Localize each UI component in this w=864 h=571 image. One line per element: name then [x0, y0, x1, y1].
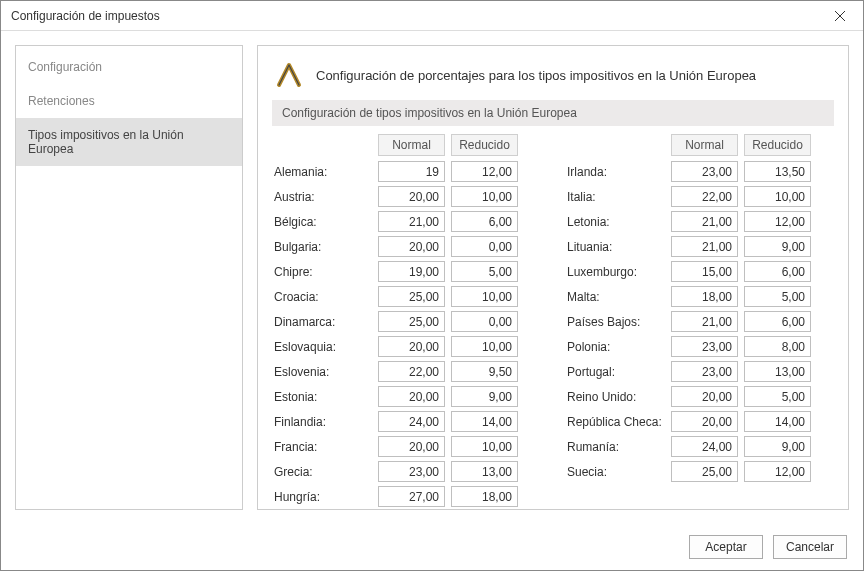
- reduced-rate-input[interactable]: [744, 461, 811, 482]
- reduced-rate-input[interactable]: [451, 461, 518, 482]
- reduced-rate-input[interactable]: [451, 411, 518, 432]
- country-label: Malta:: [565, 290, 665, 304]
- sidebar-item-tipos-ue[interactable]: Tipos impositivos en la Unión Europea: [16, 118, 242, 166]
- normal-rate-input[interactable]: [671, 411, 738, 432]
- tax-row: Bélgica:: [272, 209, 541, 234]
- normal-rate-input[interactable]: [378, 211, 445, 232]
- country-label: Países Bajos:: [565, 315, 665, 329]
- normal-rate-input[interactable]: [378, 486, 445, 507]
- tax-grid-right: Normal Reducido Irlanda:Italia:Letonia:L…: [565, 132, 834, 509]
- reduced-rate-input[interactable]: [451, 311, 518, 332]
- country-label: Bélgica:: [272, 215, 372, 229]
- tax-row: Países Bajos:: [565, 309, 834, 334]
- normal-rate-input[interactable]: [378, 436, 445, 457]
- reduced-rate-input[interactable]: [451, 261, 518, 282]
- col-head-normal: Normal: [378, 134, 445, 156]
- tax-row: Finlandia:: [272, 409, 541, 434]
- tax-row: Polonia:: [565, 334, 834, 359]
- normal-rate-input[interactable]: [378, 236, 445, 257]
- reduced-rate-input[interactable]: [744, 161, 811, 182]
- country-label: Eslovenia:: [272, 365, 372, 379]
- sidebar-item-configuracion[interactable]: Configuración: [16, 50, 242, 84]
- reduced-rate-input[interactable]: [451, 286, 518, 307]
- reduced-rate-input[interactable]: [744, 261, 811, 282]
- normal-rate-input[interactable]: [671, 436, 738, 457]
- col-head-reducido: Reducido: [451, 134, 518, 156]
- sidebar-item-retenciones[interactable]: Retenciones: [16, 84, 242, 118]
- country-label: Polonia:: [565, 340, 665, 354]
- section-title: Configuración de tipos impositivos en la…: [272, 100, 834, 126]
- normal-rate-input[interactable]: [671, 236, 738, 257]
- normal-rate-input[interactable]: [378, 336, 445, 357]
- cancel-button[interactable]: Cancelar: [773, 535, 847, 559]
- tax-row: Chipre:: [272, 259, 541, 284]
- normal-rate-input[interactable]: [378, 461, 445, 482]
- normal-rate-input[interactable]: [671, 286, 738, 307]
- reduced-rate-input[interactable]: [451, 386, 518, 407]
- sidebar: Configuración Retenciones Tipos impositi…: [15, 45, 243, 510]
- country-label: Luxemburgo:: [565, 265, 665, 279]
- normal-rate-input[interactable]: [378, 386, 445, 407]
- country-label: Portugal:: [565, 365, 665, 379]
- normal-rate-input[interactable]: [671, 186, 738, 207]
- reduced-rate-input[interactable]: [744, 211, 811, 232]
- normal-rate-input[interactable]: [671, 311, 738, 332]
- normal-rate-input[interactable]: [671, 461, 738, 482]
- reduced-rate-input[interactable]: [744, 236, 811, 257]
- country-label: Italia:: [565, 190, 665, 204]
- country-label: Francia:: [272, 440, 372, 454]
- tax-row: Eslovenia:: [272, 359, 541, 384]
- normal-rate-input[interactable]: [671, 261, 738, 282]
- reduced-rate-input[interactable]: [744, 186, 811, 207]
- normal-rate-input[interactable]: [671, 386, 738, 407]
- normal-rate-input[interactable]: [378, 361, 445, 382]
- normal-rate-input[interactable]: [671, 336, 738, 357]
- country-label: Estonia:: [272, 390, 372, 404]
- tax-row: Malta:: [565, 284, 834, 309]
- reduced-rate-input[interactable]: [451, 236, 518, 257]
- normal-rate-input[interactable]: [671, 211, 738, 232]
- tax-row: Luxemburgo:: [565, 259, 834, 284]
- reduced-rate-input[interactable]: [451, 336, 518, 357]
- normal-rate-input[interactable]: [378, 161, 445, 182]
- country-label: Letonia:: [565, 215, 665, 229]
- tax-row: Lituania:: [565, 234, 834, 259]
- col-head-normal: Normal: [671, 134, 738, 156]
- tax-row: Francia:: [272, 434, 541, 459]
- reduced-rate-input[interactable]: [451, 486, 518, 507]
- country-label: Eslovaquia:: [272, 340, 372, 354]
- tax-row: Bulgaria:: [272, 234, 541, 259]
- normal-rate-input[interactable]: [378, 311, 445, 332]
- country-label: Finlandia:: [272, 415, 372, 429]
- reduced-rate-input[interactable]: [451, 161, 518, 182]
- normal-rate-input[interactable]: [671, 361, 738, 382]
- accept-button[interactable]: Aceptar: [689, 535, 763, 559]
- window-title: Configuración de impuestos: [11, 9, 817, 23]
- normal-rate-input[interactable]: [378, 261, 445, 282]
- normal-rate-input[interactable]: [378, 186, 445, 207]
- normal-rate-input[interactable]: [378, 286, 445, 307]
- reduced-rate-input[interactable]: [744, 386, 811, 407]
- reduced-rate-input[interactable]: [744, 311, 811, 332]
- reduced-rate-input[interactable]: [451, 186, 518, 207]
- close-button[interactable]: [817, 1, 863, 31]
- reduced-rate-input[interactable]: [744, 411, 811, 432]
- normal-rate-input[interactable]: [671, 161, 738, 182]
- tax-row: Estonia:: [272, 384, 541, 409]
- country-label: República Checa:: [565, 415, 665, 429]
- reduced-rate-input[interactable]: [451, 436, 518, 457]
- tax-row: Letonia:: [565, 209, 834, 234]
- normal-rate-input[interactable]: [378, 411, 445, 432]
- reduced-rate-input[interactable]: [744, 286, 811, 307]
- panel-title: Configuración de porcentajes para los ti…: [316, 68, 756, 83]
- reduced-rate-input[interactable]: [451, 361, 518, 382]
- titlebar: Configuración de impuestos: [1, 1, 863, 31]
- tax-row: Rumanía:: [565, 434, 834, 459]
- reduced-rate-input[interactable]: [744, 336, 811, 357]
- reduced-rate-input[interactable]: [744, 361, 811, 382]
- reduced-rate-input[interactable]: [451, 211, 518, 232]
- tax-row: Italia:: [565, 184, 834, 209]
- reduced-rate-input[interactable]: [744, 436, 811, 457]
- tax-row: Reino Unido:: [565, 384, 834, 409]
- tax-row: Croacia:: [272, 284, 541, 309]
